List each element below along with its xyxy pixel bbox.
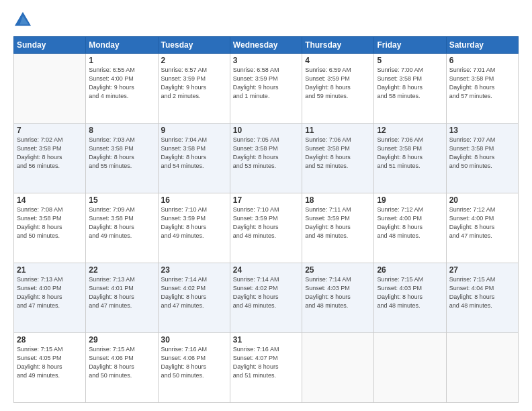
page: SundayMondayTuesdayWednesdayThursdayFrid… xyxy=(0,0,532,411)
day-info: Sunrise: 7:16 AM Sunset: 4:06 PM Dayligh… xyxy=(161,345,227,380)
day-number: 12 xyxy=(377,126,443,135)
day-info: Sunrise: 7:13 AM Sunset: 4:01 PM Dayligh… xyxy=(89,275,154,310)
day-number: 13 xyxy=(449,126,515,135)
calendar-cell: 20Sunrise: 7:12 AM Sunset: 4:00 PM Dayli… xyxy=(446,193,518,263)
day-number: 28 xyxy=(17,335,83,345)
day-info: Sunrise: 7:06 AM Sunset: 3:58 PM Dayligh… xyxy=(305,136,371,171)
calendar-cell: 26Sunrise: 7:15 AM Sunset: 4:03 PM Dayli… xyxy=(374,263,446,333)
day-info: Sunrise: 7:12 AM Sunset: 4:00 PM Dayligh… xyxy=(449,205,515,240)
day-info: Sunrise: 7:14 AM Sunset: 4:02 PM Dayligh… xyxy=(233,275,299,310)
day-info: Sunrise: 7:14 AM Sunset: 4:03 PM Dayligh… xyxy=(305,275,371,310)
calendar-cell: 22Sunrise: 7:13 AM Sunset: 4:01 PM Dayli… xyxy=(86,263,158,333)
day-info: Sunrise: 7:16 AM Sunset: 4:07 PM Dayligh… xyxy=(233,345,299,380)
calendar-cell: 28Sunrise: 7:15 AM Sunset: 4:05 PM Dayli… xyxy=(14,333,86,403)
day-info: Sunrise: 6:57 AM Sunset: 3:59 PM Dayligh… xyxy=(161,66,227,101)
logo-icon xyxy=(13,11,32,30)
calendar-cell: 14Sunrise: 7:08 AM Sunset: 3:58 PM Dayli… xyxy=(14,193,86,263)
day-number: 3 xyxy=(233,56,299,65)
day-number: 25 xyxy=(305,265,371,275)
day-number: 2 xyxy=(161,56,227,65)
day-info: Sunrise: 6:58 AM Sunset: 3:59 PM Dayligh… xyxy=(233,66,299,101)
col-header-sunday: Sunday xyxy=(14,37,86,54)
calendar-cell: 8Sunrise: 7:03 AM Sunset: 3:58 PM Daylig… xyxy=(86,124,158,193)
day-number: 7 xyxy=(17,126,83,135)
day-info: Sunrise: 7:07 AM Sunset: 3:58 PM Dayligh… xyxy=(449,136,515,171)
day-number: 16 xyxy=(161,195,227,205)
calendar-cell: 5Sunrise: 7:00 AM Sunset: 3:58 PM Daylig… xyxy=(374,54,446,124)
day-info: Sunrise: 7:15 AM Sunset: 4:03 PM Dayligh… xyxy=(377,275,443,310)
calendar-cell: 13Sunrise: 7:07 AM Sunset: 3:58 PM Dayli… xyxy=(446,124,518,193)
calendar-cell: 24Sunrise: 7:14 AM Sunset: 4:02 PM Dayli… xyxy=(230,263,302,333)
calendar-cell: 23Sunrise: 7:14 AM Sunset: 4:02 PM Dayli… xyxy=(158,263,230,333)
day-number: 29 xyxy=(89,335,154,345)
day-number: 30 xyxy=(161,335,227,345)
day-info: Sunrise: 7:03 AM Sunset: 3:58 PM Dayligh… xyxy=(89,136,154,171)
day-info: Sunrise: 7:06 AM Sunset: 3:58 PM Dayligh… xyxy=(377,136,443,171)
calendar-cell: 21Sunrise: 7:13 AM Sunset: 4:00 PM Dayli… xyxy=(14,263,86,333)
calendar-cell: 6Sunrise: 7:01 AM Sunset: 3:58 PM Daylig… xyxy=(446,54,518,124)
col-header-wednesday: Wednesday xyxy=(230,37,302,54)
day-info: Sunrise: 7:04 AM Sunset: 3:58 PM Dayligh… xyxy=(161,136,227,171)
day-info: Sunrise: 6:59 AM Sunset: 3:59 PM Dayligh… xyxy=(305,66,371,101)
calendar-cell: 30Sunrise: 7:16 AM Sunset: 4:06 PM Dayli… xyxy=(158,333,230,403)
day-info: Sunrise: 7:15 AM Sunset: 4:06 PM Dayligh… xyxy=(89,345,154,380)
day-number: 23 xyxy=(161,265,227,275)
day-number: 8 xyxy=(89,126,154,135)
calendar-cell xyxy=(374,333,446,403)
calendar-cell: 19Sunrise: 7:12 AM Sunset: 4:00 PM Dayli… xyxy=(374,193,446,263)
day-number: 6 xyxy=(449,56,515,65)
calendar-cell: 15Sunrise: 7:09 AM Sunset: 3:58 PM Dayli… xyxy=(86,193,158,263)
day-info: Sunrise: 6:55 AM Sunset: 4:00 PM Dayligh… xyxy=(89,66,154,101)
calendar-cell: 27Sunrise: 7:15 AM Sunset: 4:04 PM Dayli… xyxy=(446,263,518,333)
col-header-tuesday: Tuesday xyxy=(158,37,230,54)
day-number: 9 xyxy=(161,126,227,135)
day-number: 14 xyxy=(17,195,83,205)
calendar-cell: 7Sunrise: 7:02 AM Sunset: 3:58 PM Daylig… xyxy=(14,124,86,193)
day-number: 22 xyxy=(89,265,154,275)
calendar-cell: 18Sunrise: 7:11 AM Sunset: 3:59 PM Dayli… xyxy=(302,193,374,263)
day-info: Sunrise: 7:14 AM Sunset: 4:02 PM Dayligh… xyxy=(161,275,227,310)
calendar-cell: 4Sunrise: 6:59 AM Sunset: 3:59 PM Daylig… xyxy=(302,54,374,124)
calendar-week-2: 7Sunrise: 7:02 AM Sunset: 3:58 PM Daylig… xyxy=(14,124,519,193)
calendar-week-5: 28Sunrise: 7:15 AM Sunset: 4:05 PM Dayli… xyxy=(14,333,519,403)
calendar-week-3: 14Sunrise: 7:08 AM Sunset: 3:58 PM Dayli… xyxy=(14,193,519,263)
calendar-cell xyxy=(302,333,374,403)
day-info: Sunrise: 7:10 AM Sunset: 3:59 PM Dayligh… xyxy=(161,205,227,240)
day-info: Sunrise: 7:08 AM Sunset: 3:58 PM Dayligh… xyxy=(17,205,83,240)
day-number: 11 xyxy=(305,126,371,135)
calendar-cell: 10Sunrise: 7:05 AM Sunset: 3:58 PM Dayli… xyxy=(230,124,302,193)
calendar-cell: 1Sunrise: 6:55 AM Sunset: 4:00 PM Daylig… xyxy=(86,54,158,124)
day-number: 31 xyxy=(233,335,299,345)
logo xyxy=(13,11,35,30)
calendar-week-1: 1Sunrise: 6:55 AM Sunset: 4:00 PM Daylig… xyxy=(14,54,519,124)
col-header-saturday: Saturday xyxy=(446,37,518,54)
calendar-cell xyxy=(14,54,86,124)
day-info: Sunrise: 7:15 AM Sunset: 4:05 PM Dayligh… xyxy=(17,345,83,380)
day-number: 26 xyxy=(377,265,443,275)
day-info: Sunrise: 7:09 AM Sunset: 3:58 PM Dayligh… xyxy=(89,205,154,240)
calendar-week-4: 21Sunrise: 7:13 AM Sunset: 4:00 PM Dayli… xyxy=(14,263,519,333)
day-info: Sunrise: 7:05 AM Sunset: 3:58 PM Dayligh… xyxy=(233,136,299,171)
calendar-cell: 2Sunrise: 6:57 AM Sunset: 3:59 PM Daylig… xyxy=(158,54,230,124)
col-header-thursday: Thursday xyxy=(302,37,374,54)
calendar-cell: 9Sunrise: 7:04 AM Sunset: 3:58 PM Daylig… xyxy=(158,124,230,193)
col-header-monday: Monday xyxy=(86,37,158,54)
day-number: 19 xyxy=(377,195,443,205)
day-number: 27 xyxy=(449,265,515,275)
day-info: Sunrise: 7:15 AM Sunset: 4:04 PM Dayligh… xyxy=(449,275,515,310)
day-number: 21 xyxy=(17,265,83,275)
day-info: Sunrise: 7:11 AM Sunset: 3:59 PM Dayligh… xyxy=(305,205,371,240)
day-number: 10 xyxy=(233,126,299,135)
calendar-cell: 11Sunrise: 7:06 AM Sunset: 3:58 PM Dayli… xyxy=(302,124,374,193)
calendar-cell xyxy=(446,333,518,403)
day-info: Sunrise: 7:02 AM Sunset: 3:58 PM Dayligh… xyxy=(17,136,83,171)
calendar-cell: 12Sunrise: 7:06 AM Sunset: 3:58 PM Dayli… xyxy=(374,124,446,193)
day-number: 17 xyxy=(233,195,299,205)
day-info: Sunrise: 7:10 AM Sunset: 3:59 PM Dayligh… xyxy=(233,205,299,240)
day-number: 24 xyxy=(233,265,299,275)
day-info: Sunrise: 7:00 AM Sunset: 3:58 PM Dayligh… xyxy=(377,66,443,101)
calendar-cell: 31Sunrise: 7:16 AM Sunset: 4:07 PM Dayli… xyxy=(230,333,302,403)
day-info: Sunrise: 7:01 AM Sunset: 3:58 PM Dayligh… xyxy=(449,66,515,101)
calendar-cell: 29Sunrise: 7:15 AM Sunset: 4:06 PM Dayli… xyxy=(86,333,158,403)
day-number: 1 xyxy=(89,56,154,65)
